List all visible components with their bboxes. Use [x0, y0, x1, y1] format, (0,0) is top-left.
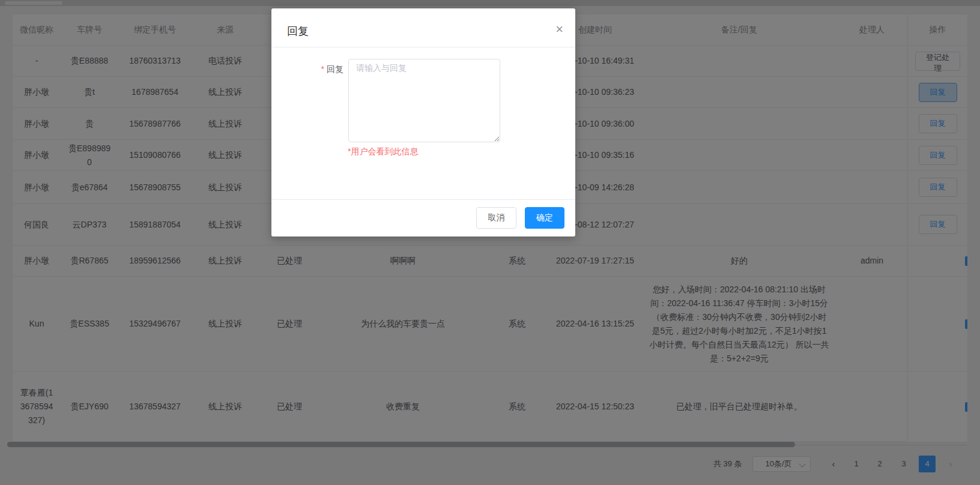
- modal-header-divider: [271, 47, 575, 47]
- required-asterisk: *: [321, 64, 324, 74]
- modal-footer-divider: [271, 199, 575, 200]
- reply-field-label: *回复: [309, 64, 343, 75]
- page: 微信昵称车牌号绑定手机号来源创建时间备注/回复处理人操作 -贵E88888187…: [0, 0, 980, 485]
- modal-title: 回复: [287, 24, 309, 38]
- close-icon[interactable]: ×: [555, 23, 563, 36]
- confirm-button[interactable]: 确定: [525, 207, 564, 229]
- field-label-text: 回复: [327, 64, 343, 74]
- reply-textarea[interactable]: [348, 59, 500, 142]
- reply-helper-note: *用户会看到此信息: [348, 146, 418, 157]
- reply-modal: 回复 × *回复 *用户会看到此信息 取消 确定: [271, 8, 575, 236]
- cancel-button[interactable]: 取消: [476, 207, 516, 229]
